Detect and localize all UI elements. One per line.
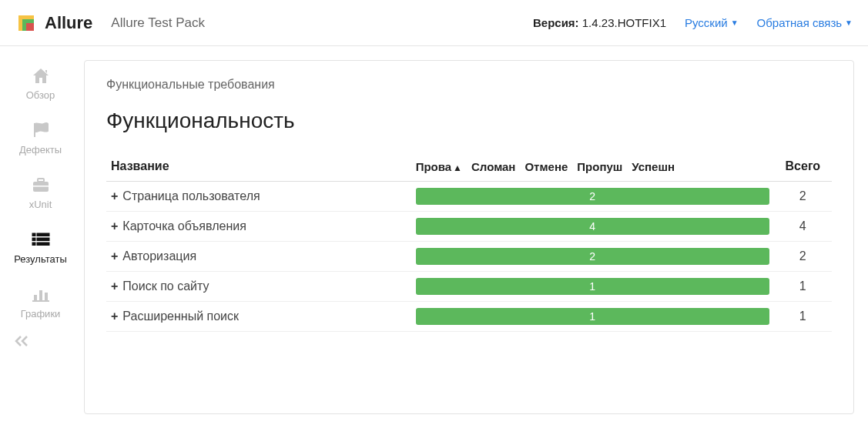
svg-rect-5 [32,238,35,241]
sidebar-item-xunit[interactable]: xUnit [0,166,81,221]
page-title: Функциональность [106,109,832,133]
version-label-block: Версия: 1.4.23.HOTFIX1 [533,16,666,29]
table-row[interactable]: +Страница пользователя22 [106,182,832,212]
row-name-cell: +Карточка объявления [106,212,411,242]
row-bar-cell: 1 [411,302,774,332]
table-row[interactable]: +Поиск по сайту11 [106,272,832,302]
row-bar-cell: 2 [411,182,774,212]
row-bar-cell: 4 [411,212,774,242]
bar-chart-icon [31,283,51,305]
svg-rect-7 [32,243,35,246]
main-panel: Функциональные требования Функциональнос… [84,60,854,414]
table-row[interactable]: +Авторизация22 [106,242,832,272]
row-total: 2 [774,182,832,212]
features-table: Название Прова▲ Сломан Отмене Пропуш Усп… [106,152,832,332]
status-bar: 2 [416,188,769,205]
allure-logo-icon [15,12,37,34]
row-name: Авторизация [122,249,196,263]
expand-icon[interactable]: + [111,279,118,293]
row-name: Страница пользователя [122,189,260,202]
expand-icon[interactable]: + [111,189,118,202]
svg-rect-6 [37,238,49,241]
row-total: 1 [774,272,832,302]
logo-block: Allure [15,12,92,34]
svg-rect-2 [33,186,49,187]
sidebar-item-label: Графики [21,308,61,320]
svg-rect-8 [37,243,49,246]
chevron-double-left-icon [14,337,29,350]
list-icon [31,229,51,250]
expand-icon[interactable]: + [111,219,118,233]
table-row[interactable]: +Расширенный поиск11 [106,302,832,332]
sidebar-collapse-button[interactable] [0,335,81,350]
column-header-failed[interactable]: Прова▲ [416,160,462,173]
breadcrumb[interactable]: Функциональные требования [106,78,832,92]
sidebar-item-graphs[interactable]: Графики [0,276,81,330]
row-name: Поиск по сайту [122,279,209,293]
brand-name: Allure [45,13,92,33]
language-dropdown[interactable]: Русский ▼ [685,16,739,29]
row-name-cell: +Страница пользователя [106,182,411,212]
flag-icon [31,119,51,141]
sidebar-item-label: Обзор [26,89,55,101]
sidebar-item-label: Результаты [14,253,66,265]
status-bar: 1 [416,278,769,295]
briefcase-icon [31,174,51,196]
status-bar: 1 [416,308,769,325]
feedback-label: Обратная связь [757,16,843,29]
project-title: Allure Test Pack [111,15,205,31]
sidebar-item-defects[interactable]: Дефекты [0,112,81,166]
sidebar: Обзор Дефекты xUnit Результаты [0,46,81,428]
row-bar-cell: 1 [411,272,774,302]
sidebar-item-results[interactable]: Результаты [0,221,81,276]
home-icon [31,65,51,86]
column-header-total[interactable]: Всего [774,152,832,182]
svg-rect-3 [32,233,35,236]
version-value: 1.4.23.HOTFIX1 [582,16,666,29]
svg-rect-11 [45,293,48,301]
expand-icon[interactable]: + [111,310,118,323]
status-bar: 2 [416,248,769,265]
expand-icon[interactable]: + [111,249,118,263]
row-total: 2 [774,242,832,272]
version-label: Версия: [533,16,579,29]
feedback-dropdown[interactable]: Обратная связь ▼ [757,16,853,29]
row-name: Расширенный поиск [122,310,239,323]
sidebar-item-overview[interactable]: Обзор [0,57,81,112]
row-bar-cell: 2 [411,242,774,272]
column-header-name[interactable]: Название [106,152,411,182]
table-row[interactable]: +Карточка объявления44 [106,212,832,242]
caret-down-icon: ▼ [731,18,739,27]
row-name-cell: +Поиск по сайту [106,272,411,302]
column-header-skipped[interactable]: Пропуш [577,160,622,173]
svg-rect-9 [34,295,37,301]
svg-rect-4 [37,233,49,236]
row-total: 1 [774,302,832,332]
status-bar: 4 [416,218,769,235]
sidebar-item-label: xUnit [29,199,52,210]
sort-asc-icon: ▲ [453,162,462,173]
caret-down-icon: ▼ [845,18,853,27]
row-total: 4 [774,212,832,242]
svg-rect-10 [39,290,42,301]
row-name-cell: +Расширенный поиск [106,302,411,332]
row-name-cell: +Авторизация [106,242,411,272]
language-label: Русский [685,16,728,29]
column-header-cancelled[interactable]: Отмене [524,160,568,173]
sidebar-item-label: Дефекты [19,144,62,156]
column-headers-metrics: Прова▲ Сломан Отмене Пропуш Успешн [411,152,774,182]
column-header-broken[interactable]: Сломан [471,160,515,173]
svg-rect-1 [38,179,44,182]
column-header-passed[interactable]: Успешн [632,160,675,173]
header: Allure Allure Test Pack Версия: 1.4.23.H… [0,0,868,46]
row-name: Карточка объявления [122,219,246,233]
